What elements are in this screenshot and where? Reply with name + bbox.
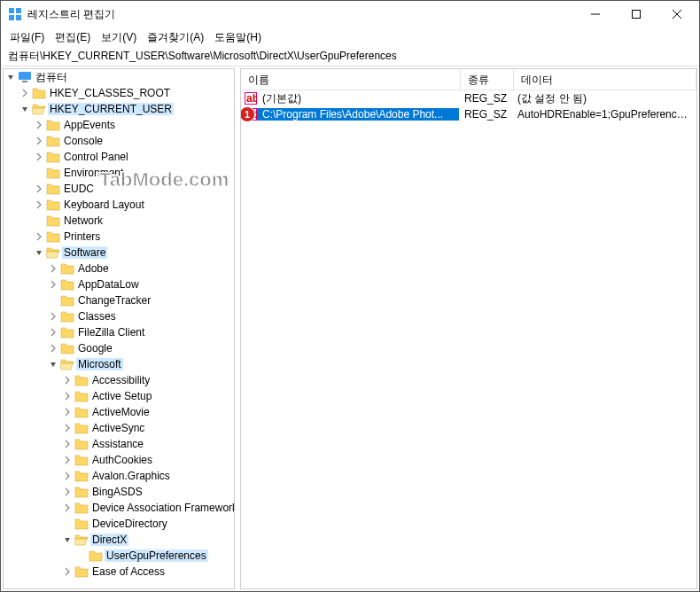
minimize-button[interactable] (575, 1, 616, 27)
folder-icon (74, 453, 89, 467)
list-row[interactable]: ab (기본값) REG_SZ (값 설정 안 됨) (241, 90, 696, 106)
tree-label: Software (62, 246, 107, 259)
expand-arrow[interactable] (60, 565, 74, 579)
expand-arrow[interactable] (32, 245, 46, 260)
tree-label: AppEvents (62, 119, 117, 131)
expand-arrow[interactable] (60, 453, 74, 467)
expand-arrow[interactable] (46, 309, 60, 323)
expand-arrow[interactable] (32, 150, 46, 164)
address-bar[interactable]: 컴퓨터\HKEY_CURRENT_USER\Software\Microsoft… (1, 47, 699, 66)
expand-arrow[interactable] (60, 533, 74, 547)
expand-arrow[interactable] (46, 357, 60, 371)
tree-label: Device Association Framework (90, 502, 235, 514)
tree-root[interactable]: 컴퓨터 (4, 69, 234, 85)
tree-printers[interactable]: Printers (4, 229, 234, 245)
tree-keyboard[interactable]: Keyboard Layout (4, 197, 234, 213)
tree-network[interactable]: Network (4, 213, 234, 229)
column-name[interactable]: 이름 (241, 69, 461, 90)
menu-favorites[interactable]: 즐겨찾기(A) (142, 28, 209, 47)
expand-arrow[interactable] (32, 230, 46, 244)
close-button[interactable] (657, 1, 697, 27)
tree-classes[interactable]: Classes (4, 308, 234, 324)
tree-hkcr[interactable]: HKEY_CLASSES_ROOT (4, 85, 234, 101)
tree-activesetup[interactable]: Active Setup (4, 388, 234, 404)
expand-arrow[interactable] (32, 134, 46, 148)
expand-arrow[interactable] (46, 325, 60, 339)
svg-rect-0 (9, 8, 14, 13)
tree-controlpanel[interactable]: Control Panel (4, 149, 234, 165)
menu-edit[interactable]: 편집(E) (50, 28, 96, 47)
tree-pane[interactable]: 컴퓨터HKEY_CLASSES_ROOTHKEY_CURRENT_USERApp… (3, 68, 235, 589)
tree-adobe[interactable]: Adobe (4, 261, 234, 277)
tree-avalon[interactable]: Avalon.Graphics (4, 468, 234, 484)
expand-arrow[interactable] (60, 373, 74, 387)
tree-appevents[interactable]: AppEvents (4, 117, 234, 133)
app-icon (8, 7, 22, 21)
column-type[interactable]: 종류 (461, 69, 514, 90)
tree-appdatalow[interactable]: AppDataLow (4, 277, 234, 292)
menu-file[interactable]: 파일(F) (4, 28, 50, 47)
tree-label: Network (62, 214, 105, 227)
folder-icon (89, 549, 103, 563)
tree-devdir[interactable]: DeviceDirectory (4, 516, 234, 532)
menu-view[interactable]: 보기(V) (96, 28, 142, 47)
tree-assistance[interactable]: Assistance (4, 436, 234, 452)
tree-eudc[interactable]: EUDC (4, 181, 234, 197)
tree-usergpu[interactable]: UserGpuPreferences (4, 548, 234, 564)
tree-label: Console (62, 135, 105, 147)
tree-authcookies[interactable]: AuthCookies (4, 452, 234, 468)
folder-icon (60, 341, 74, 355)
column-data[interactable]: 데이터 (514, 69, 696, 90)
tree-changetracker[interactable]: ChangeTracker (4, 292, 234, 308)
value-name: (기본값) (257, 91, 459, 106)
expand-arrow[interactable] (60, 437, 74, 451)
tree-google[interactable]: Google (4, 340, 234, 356)
tree-activesync[interactable]: ActiveSync (4, 420, 234, 436)
expand-arrow[interactable] (4, 70, 18, 84)
tree-label: Environment (62, 167, 125, 179)
expand-arrow[interactable] (60, 421, 74, 435)
folder-icon (46, 150, 60, 164)
tree-accessibility[interactable]: Accessibility (4, 372, 234, 388)
menu-help[interactable]: 도움말(H) (209, 28, 267, 47)
list-row[interactable]: 1 ab C:\Program Files\Adobe\Adobe Phot..… (241, 106, 696, 122)
expand-arrow[interactable] (60, 389, 74, 403)
expand-arrow[interactable] (32, 118, 46, 132)
tree-directx[interactable]: DirectX (4, 532, 234, 548)
tree-software[interactable]: Software (4, 245, 234, 261)
expand-arrow[interactable] (60, 469, 74, 483)
folder-icon (74, 565, 89, 579)
expand-arrow[interactable] (18, 86, 32, 100)
tree-easeofaccess[interactable]: Ease of Access (4, 564, 234, 580)
value-type: REG_SZ (459, 92, 512, 105)
list-header: 이름 종류 데이터 (241, 69, 696, 90)
tree-label: DeviceDirectory (90, 518, 169, 530)
expand-arrow[interactable] (18, 102, 32, 116)
folder-icon (18, 70, 32, 84)
svg-rect-8 (19, 72, 31, 80)
list-pane[interactable]: 이름 종류 데이터 ab (기본값) REG_SZ (값 설정 안 됨) 1 a… (240, 68, 697, 589)
tree-label: Active Setup (90, 390, 153, 402)
tree-console[interactable]: Console (4, 133, 234, 149)
expand-arrow[interactable] (46, 341, 60, 355)
maximize-button[interactable] (616, 1, 657, 27)
folder-icon (46, 230, 60, 244)
expand-arrow[interactable] (60, 485, 74, 499)
tree-devassoc[interactable]: Device Association Framework (4, 500, 234, 516)
expand-arrow[interactable] (32, 198, 46, 212)
tree-activemovie[interactable]: ActiveMovie (4, 404, 234, 420)
expand-arrow[interactable] (46, 261, 60, 276)
tree-environment[interactable]: Environment (4, 165, 234, 181)
tree-label: HKEY_CURRENT_USER (48, 103, 174, 115)
tree-filezilla[interactable]: FileZilla Client (4, 324, 234, 340)
tree-hkcu[interactable]: HKEY_CURRENT_USER (4, 101, 234, 117)
tree-bingasds[interactable]: BingASDS (4, 484, 234, 500)
tree-label: UserGpuPreferences (105, 549, 208, 562)
tree-microsoft[interactable]: Microsoft (4, 356, 234, 372)
svg-rect-9 (22, 81, 27, 82)
expand-arrow[interactable] (60, 405, 74, 419)
svg-rect-2 (9, 15, 14, 20)
expand-arrow[interactable] (46, 277, 60, 292)
expand-arrow[interactable] (32, 182, 46, 196)
expand-arrow[interactable] (60, 501, 74, 515)
